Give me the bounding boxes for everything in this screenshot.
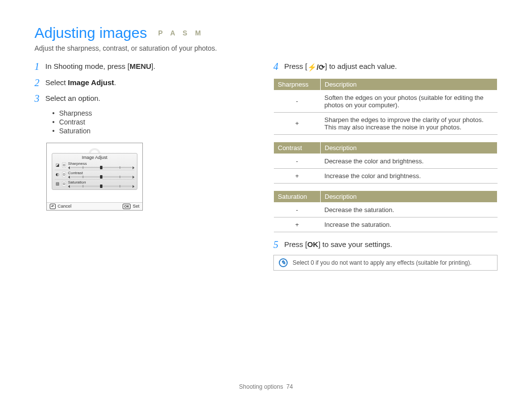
cell-desc: Soften the edges on your photos (suitabl… xyxy=(321,90,498,112)
step-text: . xyxy=(114,78,116,87)
saturation-icon: ▧ xyxy=(55,182,60,186)
cell-desc: Increase the saturation. xyxy=(321,217,498,232)
step-5: 5 Press [OK] to save your settings. xyxy=(273,239,498,250)
step-text: Press [ xyxy=(284,62,307,70)
mock-footer: ↶Cancel OKSet xyxy=(47,202,142,210)
contrast-value: 0 xyxy=(62,172,66,177)
contrast-icon: ◐ xyxy=(55,172,60,177)
step-number: 4 xyxy=(273,61,284,72)
step-2: 2 Select Image Adjust. xyxy=(34,77,259,89)
step-text: In Shooting mode, press [ xyxy=(45,62,130,70)
page-subtitle: Adjust the sharpness, contrast, or satur… xyxy=(34,44,498,52)
option-sharpness: Sharpness xyxy=(59,109,92,117)
menu-button-label: MENU xyxy=(130,62,151,70)
th-description: Description xyxy=(321,142,498,154)
mode-indicator: P A S M xyxy=(158,29,204,37)
page-footer: Shooting options 74 xyxy=(0,383,532,390)
cell-symbol: - xyxy=(274,154,321,168)
flash-timer-icon: ⚡/⟳ xyxy=(307,62,325,73)
step-text: ]. xyxy=(151,62,155,70)
cell-desc: Increase the color and brightness. xyxy=(321,168,498,183)
step-text: Press [ xyxy=(284,240,307,248)
footer-section: Shooting options xyxy=(239,383,283,390)
title-row: Adjusting images P A S M xyxy=(34,25,498,41)
table-row: -Decrease the saturation. xyxy=(274,202,498,217)
table-row: +Sharpen the edges to improve the clarit… xyxy=(274,112,498,134)
saturation-slider[interactable] xyxy=(68,185,134,188)
step-number: 1 xyxy=(34,61,45,72)
cancel-label: Cancel xyxy=(58,204,71,209)
th-description: Description xyxy=(321,78,498,90)
cell-desc: Decrease the saturation. xyxy=(321,202,498,217)
note-box: ✎ Select 0 if you do not want to apply a… xyxy=(273,255,498,271)
panel-row-contrast: ◐ 0 Contrast xyxy=(55,170,134,180)
cell-symbol: + xyxy=(274,112,321,134)
image-adjust-panel: Image Adjust ◪ 0 Sharpness ◐ 0 xyxy=(52,153,137,190)
table-row: -Decrease the color and brightness. xyxy=(274,154,498,168)
table-row: +Increase the saturation. xyxy=(274,217,498,232)
step-number: 5 xyxy=(273,239,284,250)
sharpness-slider[interactable] xyxy=(68,166,134,169)
page-title: Adjusting images xyxy=(34,25,147,41)
cell-desc: Decrease the color and brightness. xyxy=(321,154,498,168)
table-row: -Soften the edges on your photos (suitab… xyxy=(274,90,498,112)
th-description: Description xyxy=(321,190,498,202)
panel-title: Image Adjust xyxy=(55,155,134,160)
th-contrast: Contrast xyxy=(274,142,321,154)
cell-desc: Sharpen the edges to improve the clarity… xyxy=(321,112,498,134)
step-4: 4 Press [⚡/⟳] to adjust each value. xyxy=(273,61,498,73)
note-text: Select 0 if you do not want to apply any… xyxy=(293,259,471,266)
camera-screen-mockup: Image Adjust ◪ 0 Sharpness ◐ 0 xyxy=(46,143,143,211)
option-saturation: Saturation xyxy=(59,127,91,135)
table-row: +Increase the color and brightness. xyxy=(274,168,498,183)
step-text: Select xyxy=(45,78,68,87)
cell-symbol: - xyxy=(274,202,321,217)
set-label: Set xyxy=(133,204,139,209)
ok-button-label: OK xyxy=(307,240,319,248)
ok-icon: OK xyxy=(123,204,131,209)
sharpness-icon: ◪ xyxy=(55,163,60,167)
cell-symbol: + xyxy=(274,168,321,183)
panel-row-saturation: ▧ 0 Saturation xyxy=(55,180,134,188)
th-sharpness: Sharpness xyxy=(274,78,321,90)
th-saturation: Saturation xyxy=(274,190,321,202)
option-list: • Sharpness • Contrast • Saturation xyxy=(52,109,259,135)
step-text: Select an option. xyxy=(45,94,100,102)
option-contrast: Contrast xyxy=(59,118,85,126)
sharpness-label: Sharpness xyxy=(68,161,134,166)
step-text: ] to save your settings. xyxy=(318,240,392,248)
panel-row-sharpness: ◪ 0 Sharpness xyxy=(55,161,134,170)
contrast-table: ContrastDescription -Decrease the color … xyxy=(273,142,498,184)
sharpness-value: 0 xyxy=(62,162,66,168)
note-icon: ✎ xyxy=(279,258,288,267)
contrast-slider[interactable] xyxy=(68,176,134,179)
contrast-label: Contrast xyxy=(68,171,134,175)
sharpness-table: SharpnessDescription -Soften the edges o… xyxy=(273,78,498,135)
back-icon: ↶ xyxy=(50,204,56,209)
right-column: 4 Press [⚡/⟳] to adjust each value. Shar… xyxy=(273,61,498,271)
step-number: 2 xyxy=(34,77,45,88)
cell-symbol: - xyxy=(274,90,321,112)
step-number: 3 xyxy=(34,93,45,104)
footer-page: 74 xyxy=(286,383,293,390)
saturation-value: 0 xyxy=(62,181,66,186)
image-adjust-label: Image Adjust xyxy=(68,78,114,87)
left-column: 1 In Shooting mode, press [MENU]. 2 Sele… xyxy=(34,61,259,271)
step-text: ] to adjust each value. xyxy=(325,62,397,70)
saturation-table: SaturationDescription -Decrease the satu… xyxy=(273,190,498,232)
cell-symbol: + xyxy=(274,217,321,232)
step-1: 1 In Shooting mode, press [MENU]. xyxy=(34,61,259,72)
step-3: 3 Select an option. xyxy=(34,93,259,104)
saturation-label: Saturation xyxy=(68,180,134,185)
